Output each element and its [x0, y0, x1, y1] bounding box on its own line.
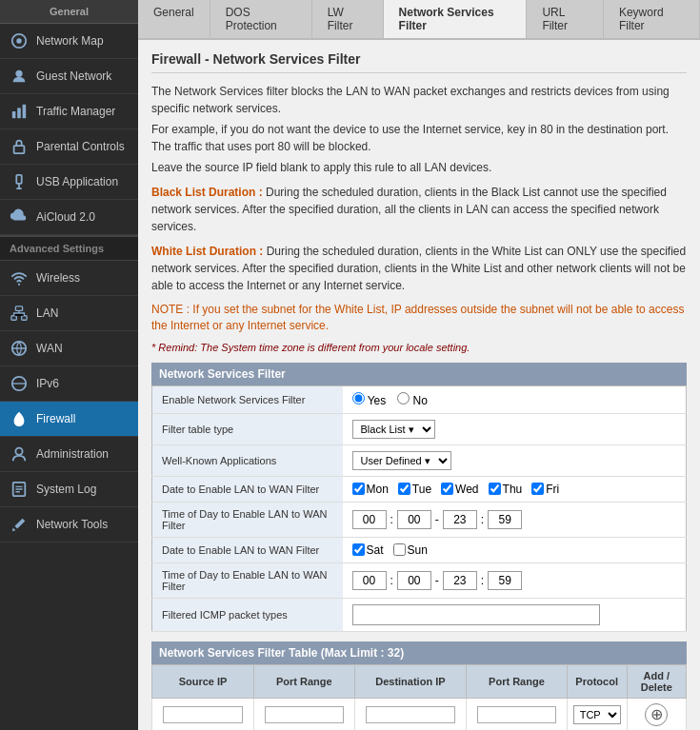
tab-dos[interactable]: DOS Protection	[210, 0, 312, 38]
sidebar-item-aicloud[interactable]: AiCloud 2.0	[0, 200, 138, 235]
sidebar-item-lan[interactable]: LAN	[0, 296, 138, 331]
protocol-select[interactable]: TCP UDP Both	[573, 705, 621, 724]
aicloud-icon	[10, 207, 29, 227]
sidebar-item-network-map[interactable]: Network Map	[0, 24, 138, 59]
date-weekday-value: Mon Tue Wed Thu Fri	[343, 476, 687, 502]
desc-2: For example, if you do not want the devi…	[151, 121, 687, 155]
destination-ip-input[interactable]	[366, 706, 455, 723]
port-range-1-input[interactable]	[265, 706, 344, 723]
svg-rect-8	[15, 306, 22, 311]
tab-keyword-filter[interactable]: Keyword Filter	[604, 0, 700, 38]
date-weekend-label: Date to Enable LAN to WAN Filter	[152, 537, 343, 562]
enable-filter-row: Enable Network Services Filter Yes No	[152, 385, 687, 413]
tue-label[interactable]: Tue	[398, 483, 431, 496]
tab-url-filter[interactable]: URL Filter	[527, 0, 604, 38]
source-ip-input[interactable]	[163, 706, 244, 723]
sidebar-item-traffic-manager[interactable]: Traffic Manager	[0, 94, 138, 129]
input-port-range-1	[254, 698, 354, 730]
sat-label[interactable]: Sat	[352, 543, 384, 557]
sidebar-item-network-tools[interactable]: Network Tools	[0, 507, 138, 543]
sidebar-label-usb-application: USB Application	[36, 175, 118, 188]
mon-checkbox[interactable]	[352, 483, 365, 495]
col-port-range-2: Port Range	[467, 664, 567, 698]
sidebar-item-ipv6[interactable]: IPv6	[0, 366, 138, 402]
filter-type-select[interactable]: Black List ▾	[352, 420, 435, 439]
time-end-hour[interactable]	[443, 510, 477, 529]
tue-checkbox[interactable]	[398, 483, 410, 495]
time2-end-hour[interactable]	[443, 571, 477, 590]
mon-label[interactable]: Mon	[352, 483, 389, 496]
wan-icon	[10, 339, 29, 358]
wed-label[interactable]: Wed	[441, 483, 478, 496]
black-list-text: Black List Duration : During the schedul…	[151, 184, 687, 235]
time2-start-hour[interactable]	[352, 571, 387, 590]
time2-colon-2: :	[481, 574, 484, 587]
input-destination-ip	[354, 698, 467, 730]
sidebar-item-wireless[interactable]: Wireless	[0, 261, 138, 296]
time2-dash: -	[435, 574, 439, 587]
lan-icon	[10, 304, 29, 323]
filter-table-header-row: Source IP Port Range Destination IP Port…	[152, 664, 687, 698]
add-button[interactable]: ⊕	[645, 703, 668, 726]
thu-checkbox[interactable]	[489, 483, 501, 495]
sun-checkbox[interactable]	[393, 543, 406, 556]
note-text: NOTE : If you set the subnet for the Whi…	[151, 302, 687, 334]
sidebar-item-administration[interactable]: Administration	[0, 437, 138, 472]
time-dash: -	[435, 513, 439, 526]
tab-lw-filter[interactable]: LW Filter	[312, 0, 384, 38]
well-known-select[interactable]: User Defined ▾	[352, 451, 451, 470]
port-range-2-input[interactable]	[477, 706, 556, 723]
sidebar-label-aicloud: AiCloud 2.0	[36, 210, 95, 224]
black-list-desc-block: Black List Duration : During the schedul…	[151, 184, 687, 235]
time-end-min[interactable]	[488, 510, 522, 529]
advanced-settings-header: Advanced Settings	[0, 235, 138, 261]
icmp-label: Filtered ICMP packet types	[152, 598, 343, 631]
desc-1: The Network Services filter blocks the L…	[151, 83, 687, 117]
sidebar-item-wan[interactable]: WAN	[0, 331, 138, 366]
time2-colon-1: :	[390, 574, 393, 587]
white-list-label: White List Duration :	[151, 245, 263, 258]
enable-no-label[interactable]: No	[397, 392, 428, 407]
sidebar-label-network-tools: Network Tools	[36, 518, 108, 531]
filter-data-table: Source IP Port Range Destination IP Port…	[151, 664, 687, 730]
time-start-min[interactable]	[397, 510, 431, 529]
main-content: General DOS Protection LW Filter Network…	[138, 0, 700, 730]
guest-network-icon	[10, 67, 29, 86]
wed-checkbox[interactable]	[441, 483, 453, 495]
fri-checkbox[interactable]	[531, 483, 544, 495]
content-area: Firewall - Network Services Filter The N…	[138, 40, 700, 730]
sidebar-item-guest-network[interactable]: Guest Network	[0, 59, 138, 94]
enable-yes-label[interactable]: Yes	[352, 392, 387, 407]
sidebar-label-lan: LAN	[36, 306, 58, 320]
time2-end-min[interactable]	[488, 571, 522, 590]
icmp-row: Filtered ICMP packet types	[152, 598, 687, 631]
time-start-hour[interactable]	[352, 510, 387, 529]
svg-rect-6	[14, 146, 25, 153]
icmp-input[interactable]	[352, 604, 600, 625]
date-weekday-label: Date to Enable LAN to WAN Filter	[152, 476, 343, 502]
thu-label[interactable]: Thu	[489, 483, 523, 496]
sidebar-label-guest-network: Guest Network	[36, 69, 111, 83]
time2-start-min[interactable]	[397, 571, 431, 590]
filter-type-label: Filter table type	[152, 413, 343, 444]
page-title: Firewall - Network Services Filter	[151, 51, 687, 73]
sidebar-item-firewall[interactable]: Firewall	[0, 402, 138, 437]
sidebar-label-firewall: Firewall	[36, 412, 75, 425]
enable-no-radio[interactable]	[397, 392, 410, 404]
sat-checkbox[interactable]	[352, 543, 365, 556]
sidebar-item-usb-application[interactable]: USB Application	[0, 165, 138, 200]
sidebar-item-parental-controls[interactable]: Parental Controls	[0, 129, 138, 165]
tab-general[interactable]: General	[138, 0, 210, 38]
input-add-delete: ⊕	[627, 698, 686, 730]
fri-label[interactable]: Fri	[531, 483, 559, 496]
sun-label[interactable]: Sun	[393, 543, 428, 557]
sidebar-item-system-log[interactable]: System Log	[0, 472, 138, 507]
tab-ns-filter[interactable]: Network Services Filter	[384, 0, 528, 38]
sidebar-label-parental-controls: Parental Controls	[36, 140, 125, 153]
input-port-range-2	[467, 698, 567, 730]
svg-rect-7	[16, 175, 21, 184]
filter-table-header: Network Services Filter Table (Max Limit…	[151, 641, 687, 664]
enable-yes-radio[interactable]	[352, 392, 365, 404]
traffic-manager-icon	[10, 102, 29, 121]
parental-controls-icon	[10, 137, 29, 156]
